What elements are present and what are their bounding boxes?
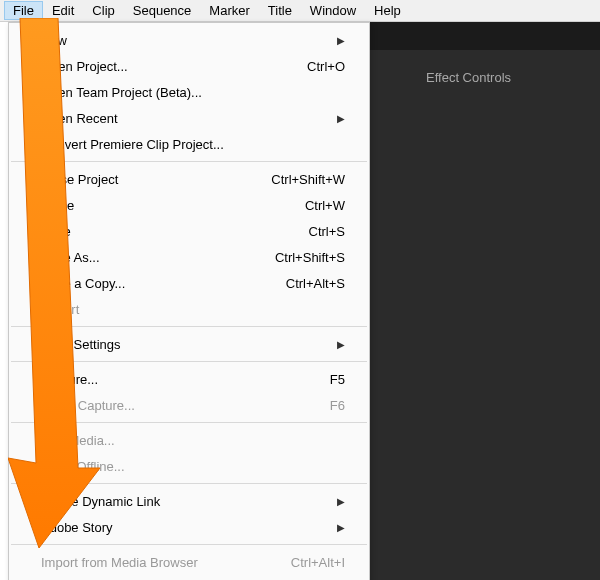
menu-item-label: Capture... [41, 372, 98, 387]
chevron-right-icon: ▶ [337, 35, 345, 46]
menu-item-batch-capture: Batch Capture... F6 [9, 392, 369, 418]
menu-item-label: Open Recent [41, 111, 118, 126]
panel-label: Effect Controls [426, 70, 511, 85]
menu-item-sync-settings[interactable]: Sync Settings ▶ [9, 331, 369, 357]
menubar-item-file[interactable]: File [4, 1, 43, 20]
menu-separator [11, 361, 367, 362]
menu-item-shortcut: Ctrl+Alt+I [291, 555, 345, 570]
menu-item-label: Link Media... [41, 433, 115, 448]
menu-separator [11, 326, 367, 327]
menubar-item-marker[interactable]: Marker [200, 1, 258, 20]
menubar-item-window[interactable]: Window [301, 1, 365, 20]
menu-separator [11, 422, 367, 423]
menu-separator [11, 544, 367, 545]
menu-item-shortcut: Ctrl+Shift+S [275, 250, 345, 265]
menubar: File Edit Clip Sequence Marker Title Win… [0, 0, 600, 22]
menu-item-label: Save As... [41, 250, 100, 265]
chevron-right-icon: ▶ [337, 339, 345, 350]
menu-item-label: Make Offline... [41, 459, 125, 474]
menu-item-label: Convert Premiere Clip Project... [41, 137, 224, 152]
menu-item-import-media-browser: Import from Media Browser Ctrl+Alt+I [9, 549, 369, 575]
menu-item-label: Close Project [41, 172, 118, 187]
menu-item-label: Import from Media Browser [41, 555, 198, 570]
menu-item-open-project[interactable]: Open Project... Ctrl+O [9, 53, 369, 79]
menu-item-open-team-project[interactable]: Open Team Project (Beta)... [9, 79, 369, 105]
menu-item-link-media: Link Media... [9, 427, 369, 453]
menu-item-adobe-story[interactable]: Adobe Story ▶ [9, 514, 369, 540]
menu-item-revert: Revert [9, 296, 369, 322]
menu-item-close-project[interactable]: Close Project Ctrl+Shift+W [9, 166, 369, 192]
menu-item-label: Revert [41, 302, 79, 317]
menu-item-label: New [41, 33, 67, 48]
menu-item-convert-premiere-clip[interactable]: Convert Premiere Clip Project... [9, 131, 369, 157]
menubar-item-sequence[interactable]: Sequence [124, 1, 201, 20]
menu-item-save-copy[interactable]: Save a Copy... Ctrl+Alt+S [9, 270, 369, 296]
menu-item-shortcut: F6 [330, 398, 345, 413]
menu-item-label: Open Project... [41, 59, 128, 74]
effect-controls-panel: Effect Controls [370, 22, 600, 580]
menu-item-shortcut: Ctrl+Shift+W [271, 172, 345, 187]
menu-item-make-offline: Make Offline... [9, 453, 369, 479]
menu-item-label: Batch Capture... [41, 398, 135, 413]
menu-item-close[interactable]: Close Ctrl+W [9, 192, 369, 218]
menu-item-import[interactable]: Import... Ctrl+I [9, 575, 369, 580]
menu-item-label: Save a Copy... [41, 276, 125, 291]
menu-item-label: Open Team Project (Beta)... [41, 85, 202, 100]
menu-item-label: Close [41, 198, 74, 213]
menu-item-save-as[interactable]: Save As... Ctrl+Shift+S [9, 244, 369, 270]
menu-item-new[interactable]: New ▶ [9, 27, 369, 53]
file-dropdown-menu: New ▶ Open Project... Ctrl+O Open Team P… [8, 22, 370, 580]
menu-item-shortcut: Ctrl+Alt+S [286, 276, 345, 291]
menu-item-save[interactable]: Save Ctrl+S [9, 218, 369, 244]
menu-item-shortcut: Ctrl+W [305, 198, 345, 213]
chevron-right-icon: ▶ [337, 113, 345, 124]
menu-separator [11, 483, 367, 484]
menu-item-shortcut: Ctrl+O [307, 59, 345, 74]
chevron-right-icon: ▶ [337, 496, 345, 507]
menu-item-capture[interactable]: Capture... F5 [9, 366, 369, 392]
menu-item-label: Sync Settings [41, 337, 121, 352]
menubar-item-clip[interactable]: Clip [83, 1, 123, 20]
menu-item-label: Adobe Dynamic Link [41, 494, 160, 509]
menubar-item-edit[interactable]: Edit [43, 1, 83, 20]
menu-item-open-recent[interactable]: Open Recent ▶ [9, 105, 369, 131]
menu-separator [11, 161, 367, 162]
menu-item-shortcut: Ctrl+S [309, 224, 345, 239]
menubar-item-title[interactable]: Title [259, 1, 301, 20]
menu-item-adobe-dynamic-link[interactable]: Adobe Dynamic Link ▶ [9, 488, 369, 514]
chevron-right-icon: ▶ [337, 522, 345, 533]
menu-item-label: Adobe Story [41, 520, 113, 535]
menu-item-label: Save [41, 224, 71, 239]
menubar-item-help[interactable]: Help [365, 1, 410, 20]
menu-item-shortcut: F5 [330, 372, 345, 387]
